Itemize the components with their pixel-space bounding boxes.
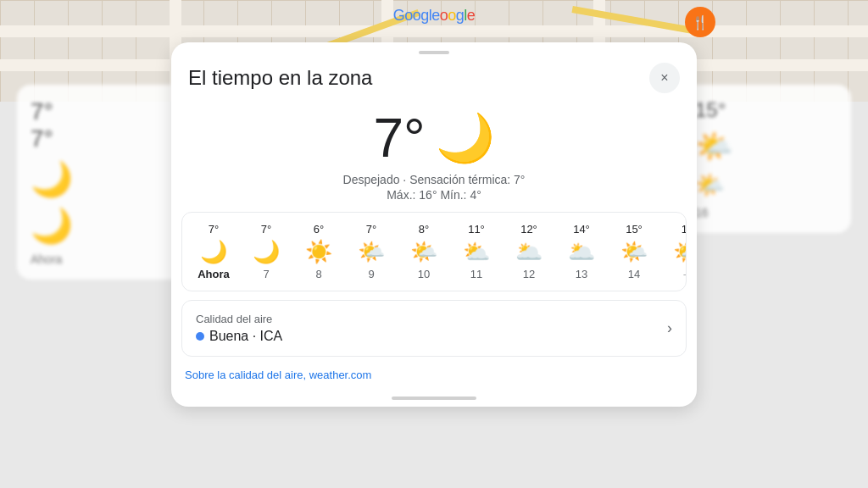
side-left-moon-icon2: 🌙: [31, 206, 173, 246]
hour-item: 7°🌙Ahora: [189, 223, 238, 280]
hour-item: 1°🌤️→: [662, 223, 686, 280]
side-right-weather-icon2: 🌤️: [695, 171, 837, 199]
side-panel-right: 15° 🌤️ 🌤️ 16: [682, 85, 851, 233]
current-temperature: 7°: [373, 107, 425, 169]
side-left-temp2: 7°: [31, 125, 173, 152]
side-right-temp: 15°: [695, 98, 837, 122]
hour-item: 11°⛅11: [452, 223, 501, 280]
hour-temp: 1°: [682, 223, 686, 236]
bottom-scroll-indicator: [171, 393, 697, 407]
hour-weather-icon: 🌥️: [568, 241, 595, 263]
hour-temp: 15°: [626, 223, 643, 236]
air-quality-dot: [196, 332, 204, 341]
hour-temp: 7°: [261, 223, 271, 236]
hour-label: 14: [628, 268, 640, 280]
hour-item: 7°🌤️9: [347, 223, 396, 280]
air-quality-text: Buena · ICA: [209, 329, 282, 344]
hour-weather-icon: ⛅: [463, 241, 490, 263]
air-quality-chevron-icon: ›: [667, 319, 672, 337]
hour-weather-icon: 🌤️: [358, 241, 385, 263]
side-right-label: 16: [695, 206, 837, 219]
hour-weather-icon: 🌤️: [673, 241, 686, 263]
air-quality-value: Buena · ICA: [196, 329, 282, 344]
scroll-bar: [392, 396, 476, 400]
side-left-moon-icon: 🌙: [31, 159, 173, 199]
side-left-label: Ahora: [31, 252, 173, 266]
hour-temp: 11°: [468, 223, 485, 236]
side-left-temp1: 7°: [31, 98, 173, 125]
hour-temp: 7°: [366, 223, 376, 236]
attribution-link[interactable]: Sobre la calidad del aire, weather.com: [171, 360, 697, 393]
drag-handle[interactable]: [171, 42, 697, 59]
hour-temp: 7°: [209, 223, 219, 236]
hour-weather-icon: 🌙: [200, 241, 227, 263]
hour-weather-icon: 🌤️: [410, 241, 437, 263]
weather-bottom-sheet: El tiempo en la zona × 7° 🌙 Despejado · …: [171, 42, 697, 407]
hour-label: 9: [368, 268, 374, 280]
side-panel-left: 7° 7° 🌙 🌙 Ahora: [17, 85, 186, 280]
air-quality-info: Calidad del aire Buena · ICA: [196, 313, 282, 344]
temp-row: 7° 🌙: [373, 107, 494, 169]
hour-item: 6°☀️8: [294, 223, 343, 280]
drag-handle-bar: [419, 51, 449, 54]
hour-temp: 6°: [314, 223, 324, 236]
hour-item: 15°🌤️14: [609, 223, 659, 280]
air-quality-section[interactable]: Calidad del aire Buena · ICA ›: [181, 300, 687, 357]
hour-label: Ahora: [198, 268, 230, 280]
restaurant-icon[interactable]: 🍴: [685, 7, 715, 37]
hourly-section: 7°🌙Ahora7°🌙76°☀️87°🌤️98°🌤️1011°⛅1112°🌥️1…: [181, 212, 687, 291]
hour-label: 7: [263, 268, 269, 280]
current-weather-icon: 🌙: [436, 114, 495, 162]
hour-label: 12: [523, 268, 535, 280]
hour-item: 12°🌥️12: [504, 223, 554, 280]
hour-temp: 14°: [573, 223, 590, 236]
sheet-title: El tiempo en la zona: [188, 66, 372, 90]
weather-description: Despejado · Sensación térmica: 7°: [343, 173, 526, 186]
hour-temp: 12°: [520, 223, 537, 236]
hour-item: 8°🌤️10: [399, 223, 448, 280]
hour-weather-icon: ☀️: [305, 241, 332, 263]
hour-weather-icon: 🌙: [253, 241, 280, 263]
weather-minmax: Máx.: 16° Mín.: 4°: [387, 188, 481, 202]
hour-label: 13: [576, 268, 587, 280]
side-right-weather-icon: 🌤️: [695, 129, 837, 164]
hourly-scroll[interactable]: 7°🌙Ahora7°🌙76°☀️87°🌤️98°🌤️1011°⛅1112°🌥️1…: [182, 213, 686, 291]
sheet-header: El tiempo en la zona ×: [171, 59, 697, 103]
hour-temp: 8°: [419, 223, 429, 236]
hour-weather-icon: 🌤️: [620, 241, 648, 263]
hour-label: →: [682, 268, 687, 280]
hour-item: 7°🌙7: [242, 223, 291, 280]
google-logo: Googleoogle: [393, 7, 476, 25]
hour-item: 14°🌥️13: [557, 223, 606, 280]
hour-weather-icon: 🌥️: [515, 241, 542, 263]
hour-label: 10: [418, 268, 430, 280]
current-weather: 7° 🌙 Despejado · Sensación térmica: 7° M…: [171, 103, 697, 212]
hour-label: 11: [470, 268, 482, 280]
air-quality-label: Calidad del aire: [196, 313, 282, 325]
close-button[interactable]: ×: [649, 63, 680, 93]
hour-label: 8: [315, 268, 321, 280]
